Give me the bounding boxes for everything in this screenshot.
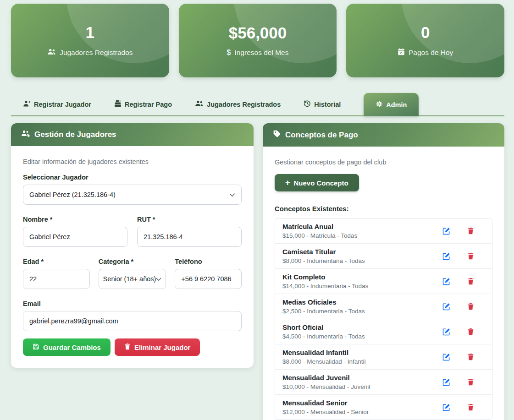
tab-label: Admin — [386, 101, 407, 109]
tab-registrar-jugador[interactable]: Registrar Jugador — [23, 93, 91, 115]
stat-label: Jugadores Registrados — [60, 49, 133, 57]
rut-label: RUT * — [137, 216, 242, 223]
players-management-panel: Gestión de Jugadores Editar información … — [11, 123, 254, 368]
delete-concept-button[interactable] — [467, 252, 474, 260]
concepts-panel-subtitle: Gestionar conceptos de pago del club — [275, 158, 492, 166]
delete-player-button[interactable]: Eliminar Jugador — [115, 338, 200, 356]
admin-dashboard-page: 1 Jugadores Registrados $56,000 $ Ingres… — [0, 0, 514, 420]
concept-name: Kit Completo — [282, 273, 368, 281]
email-field[interactable] — [23, 311, 242, 331]
stats-row: 1 Jugadores Registrados $56,000 $ Ingres… — [11, 4, 504, 77]
edit-icon — [442, 355, 450, 362]
delete-concept-button[interactable] — [467, 278, 474, 285]
save-changes-button[interactable]: Guardar Cambios — [23, 338, 111, 356]
concepts-panel-header: Conceptos de Pago — [263, 123, 504, 147]
stat-value: 1 — [86, 24, 94, 42]
trash-icon — [467, 254, 474, 261]
panel-title: Gestión de Jugadores — [34, 130, 116, 139]
concept-name: Mensualidad Senior — [282, 399, 369, 407]
delete-concept-button[interactable] — [467, 227, 474, 235]
trash-icon — [467, 405, 474, 412]
select-player-label: Seleccionar Jugador — [23, 174, 242, 181]
edit-icon — [442, 255, 450, 262]
edit-icon — [442, 305, 450, 312]
rut-field[interactable] — [137, 227, 242, 247]
players-panel-header: Gestión de Jugadores — [11, 123, 254, 146]
concept-row-matricula-anual: Matrícula Anual $15,000 - Matricula - To… — [275, 218, 492, 244]
tab-jugadores-registrados[interactable]: Jugadores Registrados — [195, 93, 281, 115]
tab-admin[interactable]: Admin — [364, 93, 419, 116]
tab-bar: Registrar Jugador Registrar Pago Jugador… — [11, 93, 504, 116]
concept-detail: $12,000 - Mensualidad - Senior — [282, 409, 369, 415]
player-select-value: Gabriel Pérez (21.325.186-4) — [29, 191, 116, 198]
panel-title: Conceptos de Pago — [285, 131, 358, 140]
trash-icon — [467, 380, 474, 387]
chevron-down-icon — [156, 275, 161, 283]
concept-detail: $14,000 - Indumentaria - Todas — [282, 283, 368, 289]
history-icon — [304, 100, 311, 109]
tab-registrar-pago[interactable]: Registrar Pago — [114, 93, 172, 115]
concept-row-short-oficial: Short Oficial $4,500 - Indumentaria - To… — [275, 319, 492, 344]
concept-row-mensualidad-juvenil: Mensualidad Juvenil $10,000 - Mensualida… — [275, 370, 492, 395]
telefono-field[interactable] — [175, 269, 242, 289]
concept-row-medias-oficiales: Medias Oficiales $2,500 - Indumentaria -… — [275, 294, 492, 319]
save-icon — [33, 343, 39, 351]
trash-icon — [124, 343, 131, 351]
edit-concept-button[interactable] — [442, 353, 450, 361]
stat-value: 0 — [421, 24, 430, 42]
edit-concept-button[interactable] — [442, 328, 450, 336]
edit-concept-button[interactable] — [442, 404, 450, 411]
delete-concept-button[interactable] — [467, 353, 474, 361]
edit-concept-button[interactable] — [442, 303, 450, 311]
edit-icon — [442, 406, 450, 413]
edit-concept-button[interactable] — [442, 278, 450, 285]
telefono-label: Teléfono — [175, 258, 242, 265]
concept-detail: $8,000 - Mensualidad - Infantil — [282, 358, 366, 365]
tab-label: Jugadores Registrados — [207, 101, 281, 108]
trash-icon — [467, 279, 474, 286]
delete-concept-button[interactable] — [467, 378, 474, 386]
button-label: Guardar Cambios — [43, 344, 101, 351]
person-plus-icon — [23, 100, 31, 109]
concept-row-mensualidad-infantil: Mensualidad Infantil $8,000 - Mensualida… — [275, 344, 492, 370]
concept-detail: $10,000 - Mensualidad - Juvenil — [282, 383, 370, 390]
categoria-select-value: Senior (18+ años) — [103, 275, 156, 283]
edit-concept-button[interactable] — [442, 252, 450, 260]
stat-value: $56,000 — [229, 24, 287, 42]
stat-card-ingresos-mes: $56,000 $ Ingresos del Mes — [179, 4, 337, 77]
stat-label: Ingresos del Mes — [234, 49, 288, 57]
categoria-select[interactable]: Senior (18+ años) — [99, 269, 166, 289]
concept-row-mensualidad-senior: Mensualidad Senior $12,000 - Mensualidad… — [275, 395, 492, 420]
payment-concepts-panel: Conceptos de Pago Gestionar conceptos de… — [263, 123, 504, 420]
tab-historial[interactable]: Historial — [304, 93, 341, 115]
edit-icon — [442, 381, 450, 387]
concept-detail: $2,500 - Indumentaria - Todas — [282, 308, 365, 315]
concept-detail: $4,500 - Indumentaria - Todas — [282, 333, 365, 340]
player-select[interactable]: Gabriel Pérez (21.325.186-4) — [23, 185, 242, 205]
trash-icon — [467, 305, 474, 311]
delete-concept-button[interactable] — [467, 404, 474, 411]
edad-field[interactable] — [23, 269, 90, 289]
calendar-icon — [398, 48, 405, 57]
delete-concept-button[interactable] — [467, 328, 474, 336]
edit-concept-button[interactable] — [442, 227, 450, 235]
new-concept-button[interactable]: + Nuevo Concepto — [275, 174, 359, 191]
concepts-list: Matrícula Anual $15,000 - Matricula - To… — [275, 218, 492, 420]
concept-detail: $8,000 - Indumentaria - Todas — [282, 257, 365, 264]
delete-concept-button[interactable] — [467, 303, 474, 311]
edit-icon — [442, 229, 450, 236]
players-panel-subtitle: Editar información de jugadores existent… — [23, 158, 242, 165]
concept-row-kit-completo: Kit Completo $14,000 - Indumentaria - To… — [275, 269, 492, 294]
concepts-list-heading: Conceptos Existentes: — [275, 205, 492, 213]
nombre-field[interactable] — [23, 227, 127, 247]
dollar-icon: $ — [227, 49, 231, 57]
button-label: Eliminar Jugador — [134, 344, 191, 351]
trash-icon — [467, 229, 474, 236]
email-label: Email — [23, 300, 242, 307]
users-icon — [47, 48, 56, 57]
users-gear-icon — [21, 130, 30, 140]
edit-concept-button[interactable] — [442, 378, 450, 386]
tab-label: Registrar Pago — [125, 101, 172, 108]
chevron-down-icon — [229, 191, 235, 198]
tag-icon — [273, 130, 281, 140]
